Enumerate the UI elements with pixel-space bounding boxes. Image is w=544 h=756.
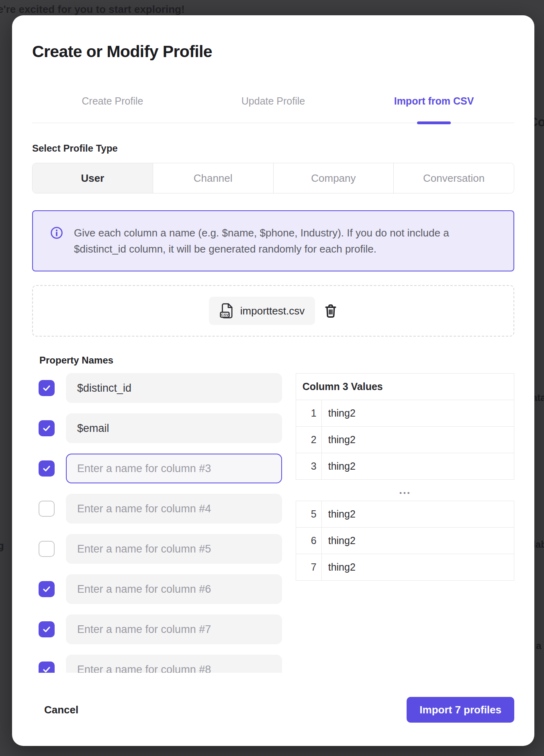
table-row: 5thing2 <box>296 501 514 528</box>
check-icon <box>42 383 51 393</box>
background-text-fragment: g <box>0 540 4 552</box>
tab-update-profile[interactable]: Update Profile <box>193 95 354 123</box>
property-row-3 <box>39 454 282 483</box>
column-values-table-top: Column 3 Values1thing22thing23thing2 <box>296 373 514 480</box>
table-row: 1thing2 <box>296 400 514 427</box>
table-row: 2thing2 <box>296 427 514 453</box>
row-index: 2 <box>296 427 321 453</box>
checkbox-column-2[interactable] <box>39 420 55 436</box>
profile-type-selector: UserChannelCompanyConversation <box>32 163 514 193</box>
checkbox-column-5[interactable] <box>39 541 55 557</box>
property-row-1 <box>39 373 282 403</box>
property-row-8 <box>39 655 282 673</box>
property-row-2 <box>39 413 282 443</box>
property-name-input-1[interactable] <box>66 373 282 403</box>
checkbox-column-8[interactable] <box>39 662 55 673</box>
row-index: 7 <box>296 554 321 581</box>
row-index: 6 <box>296 528 321 554</box>
table-row: 3thing2 <box>296 453 514 480</box>
cancel-button[interactable]: Cancel <box>42 703 81 717</box>
row-index: 5 <box>296 501 321 528</box>
column-values-preview: Column 3 Values1thing22thing23thing2 ...… <box>296 373 514 581</box>
import-profiles-button[interactable]: Import 7 profiles <box>407 697 514 723</box>
import-mapping-area: Column 3 Values1thing22thing23thing2 ...… <box>32 373 514 673</box>
row-value: thing2 <box>321 453 514 480</box>
property-rows-list <box>39 373 282 673</box>
checkbox-column-4[interactable] <box>39 501 55 517</box>
segment-company[interactable]: Company <box>274 163 394 193</box>
background-text-fragment: lab <box>533 539 544 550</box>
property-name-input-3[interactable] <box>66 454 282 483</box>
info-text: Give each column a name (e.g. $name, $ph… <box>74 225 452 257</box>
profile-type-label: Select Profile Type <box>32 142 514 154</box>
property-name-input-8[interactable] <box>66 655 282 673</box>
checkbox-column-6[interactable] <box>39 581 55 597</box>
checkbox-column-3[interactable] <box>39 460 55 477</box>
segment-channel[interactable]: Channel <box>153 163 274 193</box>
check-icon <box>42 625 51 634</box>
table-header: Column 3 Values <box>296 374 514 400</box>
row-value: thing2 <box>321 501 514 528</box>
segment-conversation[interactable]: Conversation <box>394 163 514 193</box>
info-icon <box>50 226 63 241</box>
delete-file-button[interactable] <box>324 303 337 318</box>
row-index: 3 <box>296 453 321 480</box>
row-index: 1 <box>296 400 321 427</box>
svg-text:CSV: CSV <box>221 313 228 317</box>
csv-file-icon: CSV <box>219 302 234 319</box>
trash-icon <box>324 303 337 318</box>
tab-import-from-csv[interactable]: Import from CSV <box>354 95 514 123</box>
tab-create-profile[interactable]: Create Profile <box>32 95 193 123</box>
property-row-6 <box>39 574 282 604</box>
table-row: 7thing2 <box>296 554 514 581</box>
property-row-5 <box>39 534 282 564</box>
file-chip: CSV importtest.csv <box>209 297 315 325</box>
table-row: 6thing2 <box>296 528 514 554</box>
check-icon <box>42 464 51 473</box>
modal-tabs: Create ProfileUpdate ProfileImport from … <box>32 95 514 123</box>
property-names-label: Property Names <box>39 354 514 366</box>
property-row-4 <box>39 494 282 524</box>
row-value: thing2 <box>321 528 514 554</box>
csv-dropzone[interactable]: CSV importtest.csv <box>32 285 514 337</box>
property-name-input-6[interactable] <box>66 574 282 604</box>
file-name: importtest.csv <box>240 305 305 317</box>
checkbox-column-1[interactable] <box>39 380 55 396</box>
info-banner: Give each column a name (e.g. $name, $ph… <box>32 210 514 271</box>
property-name-input-7[interactable] <box>66 614 282 644</box>
checkbox-column-7[interactable] <box>39 621 55 637</box>
property-name-input-5[interactable] <box>66 534 282 564</box>
property-name-input-2[interactable] <box>66 413 282 443</box>
create-or-modify-profile-modal: Create or Modify Profile Create ProfileU… <box>12 15 534 746</box>
column-values-table-bottom: 5thing26thing27thing2 <box>296 501 514 581</box>
row-value: thing2 <box>321 427 514 453</box>
row-value: thing2 <box>321 400 514 427</box>
ellipsis-separator: ... <box>296 480 514 501</box>
property-row-7 <box>39 614 282 644</box>
check-icon <box>42 665 51 673</box>
row-value: thing2 <box>321 554 514 581</box>
check-icon <box>42 423 51 433</box>
page-title: Create or Modify Profile <box>32 42 514 61</box>
background-text: e're excited for you to start exploring! <box>0 3 185 16</box>
segment-user[interactable]: User <box>33 163 153 193</box>
modal-footer: Cancel Import 7 profiles <box>32 697 514 723</box>
property-name-input-4[interactable] <box>66 494 282 524</box>
background-text-fragment: a <box>536 640 541 651</box>
check-icon <box>42 584 51 594</box>
